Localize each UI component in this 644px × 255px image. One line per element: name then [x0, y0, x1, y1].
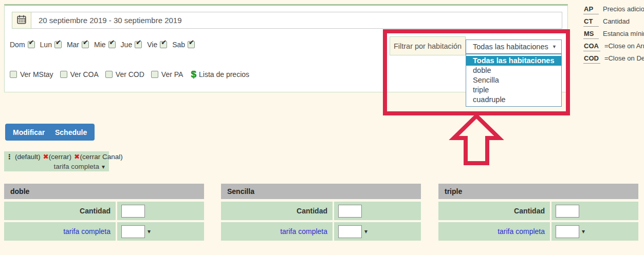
room-table-sencilla: SencillaCantidadtarifa completa▾ — [221, 184, 421, 243]
room-filter-label: Filtrar por habitación — [390, 36, 466, 55]
legend-abbr: COD — [583, 54, 600, 64]
cantidad-label: Cantidad — [297, 207, 327, 215]
rate-input[interactable] — [338, 225, 362, 238]
weekday-checkbox[interactable]: ✔ — [160, 41, 167, 48]
room-filter-option[interactable]: Todas las habitaciones — [466, 56, 561, 66]
table-row: tarifa completa▾ — [221, 222, 421, 241]
table-row: tarifa completa▾ — [438, 222, 638, 241]
room-filter-option[interactable]: Sencilla — [466, 75, 561, 85]
row-label-cell: Cantidad — [4, 202, 116, 220]
weekday-label: Jue — [121, 41, 133, 49]
check-icon: ✔ — [109, 39, 115, 46]
room-table-title: Sencilla — [221, 184, 421, 199]
legend-text: Estancia mínima — [603, 30, 644, 37]
row-input-cell: ▾ — [117, 222, 204, 241]
rate-input[interactable] — [121, 225, 145, 238]
modificar-button[interactable]: Modificar — [5, 124, 52, 141]
cantidad-input[interactable] — [338, 205, 362, 218]
drag-handle-icon[interactable]: ⋮ — [6, 153, 13, 161]
legend-abbr: CT — [583, 17, 599, 27]
weekday-row: Dom✔Lun✔Mar✔Mie✔Jue✔Vie✔Sab✔ — [10, 41, 195, 49]
weekday-checkbox[interactable]: ✔ — [108, 41, 116, 48]
caret-down-icon: ▾ — [102, 163, 105, 170]
cerrar-canal-link[interactable]: (cerrar Canal) — [80, 153, 122, 161]
default-rate-link[interactable]: (default) — [15, 153, 41, 161]
cerrar-link[interactable]: (cerrar) — [49, 153, 71, 161]
legend-text: Cantidad — [603, 17, 630, 25]
caret-down-icon[interactable]: ▾ — [582, 228, 585, 235]
table-row: tarifa completa▾ — [4, 222, 204, 241]
weekday-checkbox[interactable]: ✔ — [82, 41, 89, 48]
cantidad-input[interactable] — [556, 205, 579, 218]
legend-item: APPrecios adicionales — [583, 5, 644, 17]
calendar-icon — [16, 14, 27, 27]
cantidad-label: Cantidad — [514, 207, 545, 215]
table-row: Cantidad — [438, 202, 638, 220]
dollar-icon: $ — [191, 69, 196, 80]
rate-input[interactable] — [556, 225, 579, 238]
check-icon: ✔ — [189, 39, 194, 46]
row-label-cell: tarifa completa — [221, 222, 333, 241]
weekday-checkbox[interactable]: ✔ — [28, 41, 35, 48]
weekday-checkbox[interactable]: ✔ — [188, 41, 195, 48]
room-table-triple: tripleCantidadtarifa completa▾ — [438, 184, 638, 243]
legend-abbr: AP — [583, 5, 599, 14]
annotation-arrow-icon — [448, 114, 505, 165]
room-filter-select[interactable]: Todas las habitaciones ▼ — [466, 40, 562, 54]
calendar-button[interactable] — [12, 12, 31, 29]
room-filter-option[interactable]: cuadruple — [466, 95, 561, 105]
legend-text: =Close on Arrival — [604, 42, 644, 50]
legend-text: =Close on Departure — [604, 54, 644, 62]
legend-item: CTCantidad — [583, 17, 644, 30]
rate-plan-bar: ⋮ (default) ✖ (cerrar) ✖ (cerrar Canal) — [4, 151, 109, 162]
row-label-cell: tarifa completa — [4, 222, 116, 241]
table-row: Cantidad — [221, 202, 421, 220]
view-option-checkbox[interactable] — [60, 71, 67, 78]
row-input-cell — [117, 202, 204, 220]
row-input-cell: ▾ — [551, 222, 638, 241]
date-range-group: 20 septiembre 2019 - 30 septiembre 2019 — [12, 12, 562, 29]
view-option-label: Ver COA — [70, 70, 99, 79]
caret-down-icon[interactable]: ▾ — [364, 228, 367, 235]
room-filter-option[interactable]: doble — [466, 66, 561, 75]
table-row: Cantidad — [4, 202, 204, 220]
date-range-input[interactable]: 20 septiembre 2019 - 30 septiembre 2019 — [31, 12, 562, 29]
row-label-cell: Cantidad — [438, 202, 550, 220]
legend-item: MSEstancia mínima — [583, 30, 644, 42]
legend-abbr: COA — [583, 42, 600, 51]
weekday-checkbox[interactable]: ✔ — [54, 41, 62, 48]
close-channel-icon[interactable]: ✖ — [74, 152, 80, 161]
legend-item: COD=Close on Departure — [583, 54, 644, 67]
filter-panel: 20 septiembre 2019 - 30 septiembre 2019 … — [4, 4, 568, 92]
view-option-checkbox[interactable] — [105, 71, 113, 78]
check-icon: ✔ — [29, 39, 34, 46]
check-icon: ✔ — [56, 39, 61, 46]
legend-text: Precios adicionales — [603, 5, 644, 13]
rate-link[interactable]: tarifa completa — [498, 227, 545, 236]
room-table-title: triple — [438, 184, 638, 199]
view-option-checkbox[interactable] — [10, 71, 17, 78]
row-label-cell: tarifa completa — [438, 222, 550, 241]
room-filter-option[interactable]: triple — [466, 85, 561, 95]
close-icon[interactable]: ✖ — [43, 152, 49, 161]
view-option-label: Ver PA — [161, 70, 183, 79]
row-input-cell — [334, 202, 421, 220]
price-list-link[interactable]: Lista de precios — [199, 70, 249, 79]
view-option-checkbox[interactable] — [151, 71, 158, 78]
rate-link[interactable]: tarifa completa — [280, 227, 327, 236]
caret-down-icon[interactable]: ▾ — [148, 228, 151, 235]
weekday-label: Lun — [40, 41, 52, 49]
row-label-cell: Cantidad — [221, 202, 333, 220]
view-option-label: Ver MStay — [20, 70, 53, 79]
weekday-label: Vie — [147, 41, 157, 49]
rate-name-bar[interactable]: tarifa completa ▾ — [4, 162, 109, 171]
weekday-checkbox[interactable]: ✔ — [135, 41, 142, 48]
cantidad-input[interactable] — [121, 205, 145, 218]
rate-link[interactable]: tarifa completa — [63, 227, 111, 236]
legend-item: COA=Close on Arrival — [583, 42, 644, 54]
view-option-label: Ver COD — [116, 70, 144, 79]
select-arrow-icon: ▼ — [552, 44, 557, 49]
legend-abbr: MS — [583, 30, 599, 39]
schedule-button[interactable]: Schedule — [47, 124, 95, 141]
room-filter-dropdown: Todas las habitacionesdobleSencillatripl… — [466, 54, 562, 107]
